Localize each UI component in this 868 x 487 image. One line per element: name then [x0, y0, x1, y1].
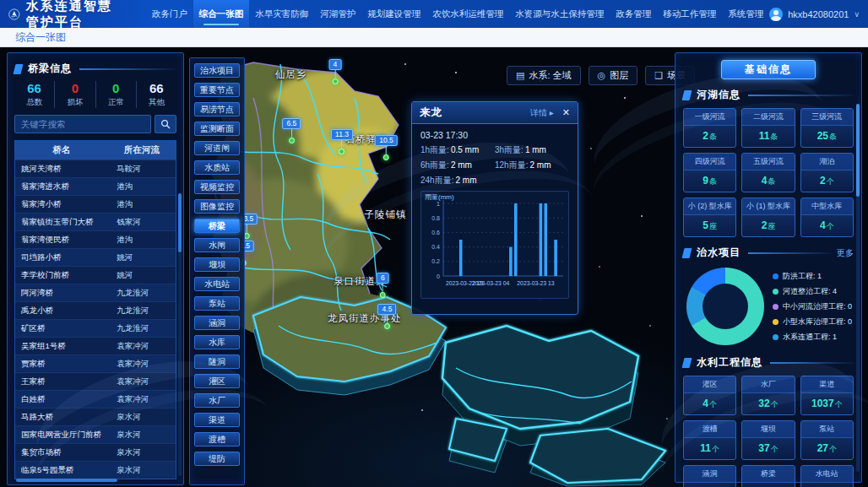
layer-menu-item[interactable]: 水闸 — [194, 238, 240, 252]
table-row[interactable]: 国家电网营业厅门前桥 泉水河 — [15, 425, 176, 443]
stat-value: 66 — [137, 81, 176, 95]
stat-card[interactable]: 灌区 4个 — [683, 376, 736, 415]
stat-card[interactable]: 一级河流 2条 — [683, 108, 736, 148]
bridge-stat: 0 损坏 — [55, 81, 95, 108]
layer-menu-item[interactable]: 水电站 — [194, 277, 240, 291]
breadcrumb[interactable]: 综合一张图 — [15, 30, 66, 45]
stat-card[interactable]: 小 (1) 型水库 2座 — [741, 198, 795, 237]
layer-menu-item[interactable]: 图像监控 — [194, 199, 240, 214]
nav-item[interactable]: 政务门户 — [146, 0, 193, 28]
table-row[interactable]: 集贸市场桥 泉水河 — [15, 443, 176, 461]
layer-menu-item[interactable]: 涵洞 — [194, 316, 240, 330]
stat-card[interactable]: 桥梁 66个 — [741, 465, 795, 487]
table-row[interactable]: 李学校门前桥 姚河 — [15, 266, 176, 284]
map-control-button[interactable]: ◎ 图层 — [589, 66, 638, 85]
bridge-name-cell: 临泉5号园景桥 — [15, 465, 108, 476]
map-marker[interactable]: 6.5 — [282, 118, 301, 143]
bridge-panel-title: 桥梁信息 — [28, 62, 72, 76]
layer-menu-item[interactable]: 灌区 — [194, 374, 240, 388]
table-row[interactable]: 司垱路小桥 姚河 — [15, 248, 176, 266]
map-marker[interactable]: 4 — [328, 59, 341, 84]
card-value: 25条 — [801, 126, 853, 147]
table-row[interactable]: 吴家组1号桥 袁家冲河 — [15, 337, 176, 354]
nav-item[interactable]: 水资源与水土保持管理 — [509, 0, 610, 28]
stat-card[interactable]: 中型水库 4个 — [800, 198, 854, 237]
marker-value-tag: 6.5 — [282, 118, 301, 129]
layer-menu-item[interactable]: 河道闸 — [194, 141, 240, 155]
table-row[interactable]: 翁家湾小桥 港沟 — [15, 195, 176, 213]
nav-item[interactable]: 系统管理 — [722, 0, 769, 28]
stat-card[interactable]: 渡槽 11个 — [683, 420, 736, 460]
nav-item[interactable]: 政务管理 — [610, 0, 657, 28]
stat-card[interactable]: 湖泊 2个 — [800, 153, 854, 192]
table-row[interactable]: 姚河关湾桥 马鞍河 — [15, 160, 176, 177]
stat-card[interactable]: 小 (2) 型水库 5座 — [683, 198, 736, 237]
bridge-table-header: 桥名 所在河流 — [15, 141, 176, 160]
layer-menu-item[interactable]: 水厂 — [194, 393, 240, 408]
bridge-name-cell: 翁家湾便民桥 — [15, 235, 108, 246]
stat-card[interactable]: 三级河流 25条 — [800, 108, 854, 148]
table-row[interactable]: 贾家桥 袁家冲河 — [15, 354, 176, 372]
layer-menu-item[interactable]: 水质站 — [194, 160, 240, 175]
layer-menu-item[interactable]: 渡槽 — [194, 432, 240, 446]
table-row[interactable]: 马路大桥 泉水河 — [15, 408, 176, 425]
table-scrollbar[interactable] — [178, 193, 182, 476]
map-marker[interactable]: 10.5 — [375, 135, 398, 160]
map-marker[interactable]: 6 — [377, 273, 389, 298]
layer-menu-item[interactable]: 水库 — [194, 335, 240, 349]
stat-card[interactable]: 四级河流 9条 — [683, 153, 736, 192]
close-icon[interactable]: ✕ — [562, 107, 570, 118]
table-row[interactable]: 白姓桥 袁家冲河 — [15, 390, 176, 408]
stat-card[interactable]: 二级河流 11条 — [741, 108, 795, 148]
table-row[interactable]: 翁家镇街玉带门大桥 钱家河 — [15, 213, 176, 230]
layer-menu-item[interactable]: 易涝节点 — [194, 102, 240, 116]
layer-menu-item[interactable]: 堰坝 — [194, 257, 240, 272]
table-row[interactable]: 王家桥 袁家冲河 — [15, 372, 176, 390]
base-info-button[interactable]: 基础信息 — [721, 60, 816, 79]
table-row[interactable]: 翁家湾便民桥 港沟 — [15, 230, 176, 248]
more-link[interactable]: 更多 — [837, 247, 854, 259]
stat-card[interactable]: 水电站 3个 — [800, 465, 854, 487]
stat-card[interactable]: 五级河流 4条 — [741, 153, 795, 192]
layer-menu-item[interactable]: 泵站 — [194, 296, 240, 311]
stat-card[interactable]: 泵站 27个 — [800, 420, 854, 460]
stat-card[interactable]: 渠道 1037个 — [800, 376, 854, 415]
table-hscrollbar[interactable] — [16, 479, 117, 482]
table-row[interactable]: 阿河湾桥 九龙淮河 — [15, 284, 176, 301]
nav-item[interactable]: 移动工作管理 — [657, 0, 722, 28]
map-marker[interactable]: 4.5 — [378, 304, 397, 329]
layer-menu-item[interactable]: 隧洞 — [194, 354, 240, 369]
table-row[interactable]: 临泉5号园景桥 泉水河 — [15, 461, 176, 479]
layer-menu-item[interactable]: 堤防 — [194, 452, 240, 466]
stat-card[interactable]: 堰坝 37个 — [741, 420, 795, 460]
table-row[interactable]: 矿区桥 九龙淮河 — [15, 319, 176, 337]
search-button[interactable] — [155, 115, 176, 133]
nav-item[interactable]: 农饮水利运维管理 — [426, 0, 509, 28]
nav-item[interactable]: 水旱灾害防御 — [249, 0, 314, 28]
popup-body: 03-23 17:30 1h雨量:0.5 mm 3h雨量:1 mm 6h雨量:2… — [412, 124, 578, 304]
stat-card[interactable]: 水厂 32个 — [741, 376, 795, 415]
user-menu[interactable]: hkxb42080201 ∨ — [769, 8, 860, 21]
layer-menu-item[interactable]: 治水项目 — [194, 63, 240, 78]
layer-menu-item[interactable]: 监测断面 — [194, 122, 240, 136]
layer-menu-item[interactable]: 渠道 — [194, 413, 240, 427]
map-marker[interactable]: 11.3 — [331, 129, 353, 154]
stat-card[interactable]: 涵洞 47个 — [683, 465, 736, 487]
layer-menu-item[interactable]: 桥梁 — [194, 219, 240, 233]
nav-item[interactable]: 规划建设管理 — [361, 0, 426, 28]
nav-item[interactable]: 河湖管护 — [314, 0, 361, 28]
bridge-stats: 66 总数 0 损坏 0 正常 66 其他 — [14, 81, 176, 108]
layer-menu-item[interactable]: 视频监控 — [194, 180, 240, 194]
card-label: 一级河流 — [684, 109, 735, 126]
search-input[interactable] — [14, 115, 151, 133]
popup-detail-link[interactable]: 详情 ▸ — [530, 107, 554, 119]
map-control-button[interactable]: ▤ 水系: 全域 — [507, 66, 581, 85]
panel-scrollbar[interactable] — [856, 104, 860, 472]
logo-icon — [8, 6, 20, 23]
layer-menu-item[interactable]: 重要节点 — [194, 83, 240, 97]
table-row[interactable]: 禹龙小桥 九龙淮河 — [15, 301, 176, 319]
marker-stem — [342, 140, 343, 149]
card-value: 32个 — [742, 393, 794, 414]
table-row[interactable]: 翁家湾进水桥 港沟 — [15, 177, 176, 195]
nav-item[interactable]: 综合一张图 — [193, 0, 250, 28]
